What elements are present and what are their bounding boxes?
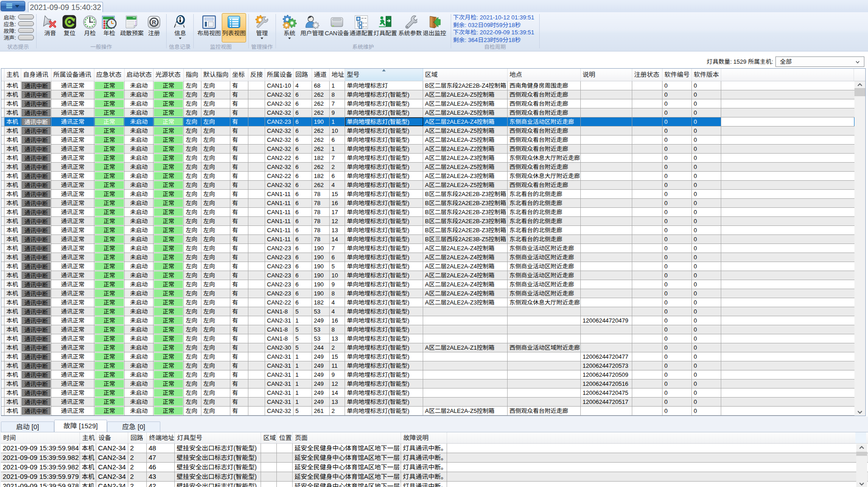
svg-text:R: R (152, 19, 156, 26)
